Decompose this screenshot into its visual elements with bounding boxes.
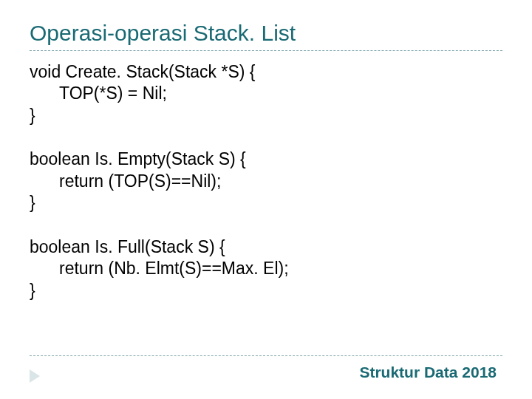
play-icon: [30, 369, 40, 383]
footer-divider: [30, 355, 502, 356]
code-line: TOP(*S) = Nil;: [30, 83, 502, 104]
code-block: boolean Is. Full(Stack S) { return (Nb. …: [30, 236, 502, 301]
code-line: return (Nb. Elmt(S)==Max. El);: [30, 258, 502, 279]
code-line: }: [30, 105, 502, 126]
code-line: }: [30, 192, 502, 214]
code-line: void Create. Stack(Stack *S) {: [30, 61, 502, 83]
code-line: boolean Is. Empty(Stack S) {: [30, 149, 502, 170]
slide-title: Operasi-operasi Stack. List: [30, 21, 502, 46]
code-line: boolean Is. Full(Stack S) {: [30, 236, 502, 258]
code-block: void Create. Stack(Stack *S) { TOP(*S) =…: [30, 61, 502, 126]
slide: Operasi-operasi Stack. List void Create.…: [0, 0, 532, 399]
code-block: boolean Is. Empty(Stack S) { return (TOP…: [30, 149, 502, 214]
title-divider: [30, 50, 502, 51]
code-line: }: [30, 280, 502, 301]
footer-text: Struktur Data 2018: [359, 364, 497, 381]
slide-content: void Create. Stack(Stack *S) { TOP(*S) =…: [30, 61, 502, 301]
code-line: return (TOP(S)==Nil);: [30, 171, 502, 192]
